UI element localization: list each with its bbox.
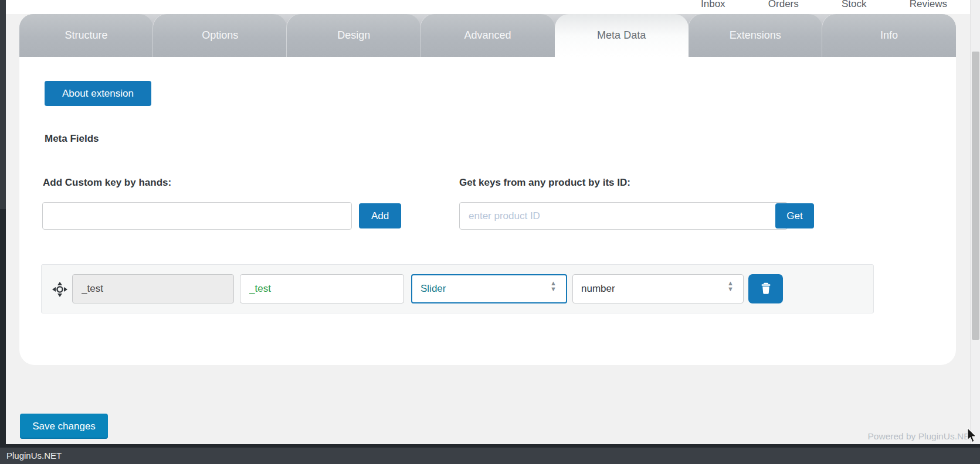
admin-sidebar-collapsed [0, 0, 6, 444]
product-id-input[interactable] [459, 202, 788, 230]
meta-data-panel: About extension Meta Fields Add Custom k… [19, 57, 956, 365]
tab-meta-data[interactable]: Meta Data [555, 14, 689, 57]
tab-extensions[interactable]: Extensions [689, 14, 822, 57]
tab-options[interactable]: Options [153, 14, 287, 57]
page-scrollbar[interactable] [970, 0, 980, 444]
tab-design[interactable]: Design [287, 14, 421, 57]
browser-status-bar: PluginUs.NET [0, 448, 980, 464]
move-handle-icon[interactable] [52, 281, 68, 298]
field-type-value: Slider [421, 283, 550, 295]
meta-field-row: Slider ▲▼ number ▲▼ [41, 264, 874, 313]
scrollbar-thumb[interactable] [972, 52, 979, 340]
tab-bar: Structure Options Design Advanced Meta D… [19, 14, 956, 57]
custom-key-input[interactable] [42, 202, 352, 230]
add-key-label: Add Custom key by hands: [43, 177, 171, 189]
top-nav: Inbox Orders Stock Reviews [701, 0, 947, 11]
nav-item-reviews[interactable]: Reviews [910, 0, 947, 11]
admin-sidebar-lower [0, 209, 6, 444]
get-keys-label: Get keys from any product by its ID: [459, 177, 630, 189]
nav-item-stock[interactable]: Stock [842, 0, 867, 11]
tab-info[interactable]: Info [822, 14, 956, 57]
get-button[interactable]: Get [775, 203, 814, 228]
field-type-select[interactable]: Slider ▲▼ [411, 274, 567, 303]
mouse-cursor-icon [967, 428, 979, 445]
stepper-arrows-icon: ▲▼ [727, 283, 734, 295]
section-title: Meta Fields [45, 133, 99, 145]
data-type-select[interactable]: number ▲▼ [572, 274, 744, 303]
add-button[interactable]: Add [359, 203, 401, 228]
about-extension-button[interactable]: About extension [45, 81, 151, 106]
meta-label-field[interactable] [240, 274, 404, 303]
tab-structure[interactable]: Structure [19, 14, 153, 57]
save-changes-button[interactable]: Save changes [20, 414, 108, 439]
status-link-text: PluginUs.NET [6, 448, 62, 464]
trash-icon [759, 281, 773, 297]
tab-advanced[interactable]: Advanced [421, 14, 554, 57]
delete-row-button[interactable] [748, 274, 783, 303]
nav-item-orders[interactable]: Orders [768, 0, 799, 11]
stepper-arrows-icon: ▲▼ [550, 283, 557, 295]
nav-item-inbox[interactable]: Inbox [701, 0, 725, 11]
powered-by-text: Powered by PluginUs.NET [808, 431, 975, 442]
data-type-value: number [581, 283, 727, 295]
meta-key-field[interactable] [72, 274, 234, 303]
top-nav-bar: Inbox Orders Stock Reviews [6, 0, 970, 14]
